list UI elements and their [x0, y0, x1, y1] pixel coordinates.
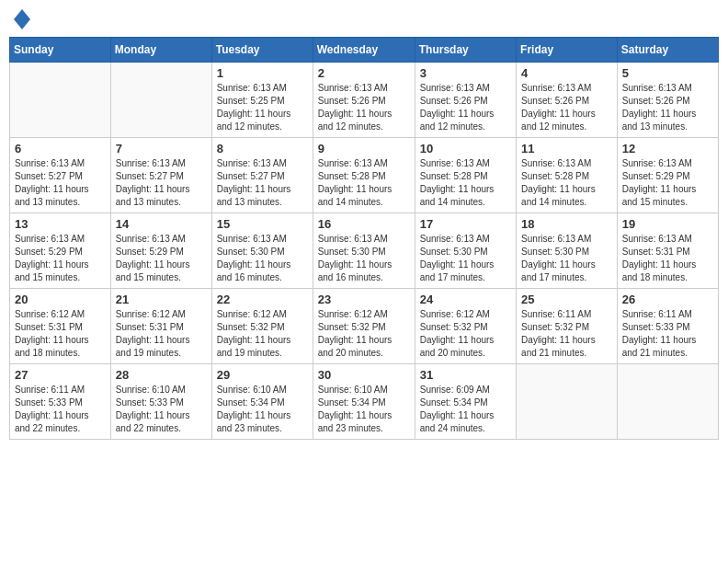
calendar-cell: 2Sunrise: 6:13 AMSunset: 5:26 PMDaylight… — [313, 63, 415, 138]
day-info: Sunrise: 6:13 AMSunset: 5:30 PMDaylight:… — [521, 233, 612, 284]
calendar-cell: 12Sunrise: 6:13 AMSunset: 5:29 PMDayligh… — [617, 138, 718, 213]
calendar-cell: 8Sunrise: 6:13 AMSunset: 5:27 PMDaylight… — [211, 138, 313, 213]
day-number: 1 — [217, 66, 308, 80]
day-number: 21 — [116, 293, 207, 306]
calendar-cell: 19Sunrise: 6:13 AMSunset: 5:31 PMDayligh… — [617, 213, 718, 289]
day-number: 29 — [217, 368, 308, 382]
day-number: 9 — [318, 142, 410, 155]
day-number: 25 — [521, 293, 612, 306]
calendar-cell: 26Sunrise: 6:11 AMSunset: 5:33 PMDayligh… — [617, 289, 718, 364]
day-info: Sunrise: 6:12 AMSunset: 5:32 PMDaylight:… — [318, 308, 410, 360]
calendar-cell: 15Sunrise: 6:13 AMSunset: 5:30 PMDayligh… — [211, 213, 313, 289]
calendar-cell: 16Sunrise: 6:13 AMSunset: 5:30 PMDayligh… — [313, 213, 415, 289]
logo — [13, 9, 31, 29]
calendar-cell: 7Sunrise: 6:13 AMSunset: 5:27 PMDaylight… — [110, 138, 211, 213]
page-header — [9, 9, 719, 29]
weekday-header-saturday: Saturday — [617, 38, 718, 63]
day-info: Sunrise: 6:13 AMSunset: 5:29 PMDaylight:… — [116, 233, 207, 284]
calendar-cell — [517, 364, 618, 440]
day-number: 16 — [318, 217, 410, 231]
day-info: Sunrise: 6:13 AMSunset: 5:31 PMDaylight:… — [622, 233, 713, 284]
day-number: 23 — [318, 293, 410, 306]
calendar-cell: 23Sunrise: 6:12 AMSunset: 5:32 PMDayligh… — [313, 289, 415, 364]
day-info: Sunrise: 6:13 AMSunset: 5:28 PMDaylight:… — [318, 157, 410, 209]
calendar-cell: 6Sunrise: 6:13 AMSunset: 5:27 PMDaylight… — [10, 138, 111, 213]
day-number: 11 — [521, 142, 612, 155]
day-number: 6 — [15, 142, 106, 155]
day-number: 12 — [622, 142, 713, 155]
day-info: Sunrise: 6:10 AMSunset: 5:34 PMDaylight:… — [217, 384, 308, 435]
day-info: Sunrise: 6:11 AMSunset: 5:32 PMDaylight:… — [521, 308, 612, 360]
calendar-cell: 13Sunrise: 6:13 AMSunset: 5:29 PMDayligh… — [10, 213, 111, 289]
weekday-header-friday: Friday — [517, 38, 618, 63]
calendar-cell: 29Sunrise: 6:10 AMSunset: 5:34 PMDayligh… — [211, 364, 313, 440]
day-info: Sunrise: 6:13 AMSunset: 5:28 PMDaylight:… — [521, 157, 612, 209]
calendar-cell — [617, 364, 718, 440]
calendar-cell: 25Sunrise: 6:11 AMSunset: 5:32 PMDayligh… — [517, 289, 618, 364]
day-info: Sunrise: 6:12 AMSunset: 5:31 PMDaylight:… — [15, 308, 106, 360]
day-info: Sunrise: 6:13 AMSunset: 5:30 PMDaylight:… — [217, 233, 308, 284]
day-number: 3 — [420, 66, 511, 80]
weekday-header-sunday: Sunday — [10, 38, 111, 63]
day-info: Sunrise: 6:13 AMSunset: 5:30 PMDaylight:… — [318, 233, 410, 284]
day-number: 13 — [15, 217, 106, 231]
calendar-cell: 30Sunrise: 6:10 AMSunset: 5:34 PMDayligh… — [313, 364, 415, 440]
calendar-cell: 4Sunrise: 6:13 AMSunset: 5:26 PMDaylight… — [517, 63, 618, 138]
day-info: Sunrise: 6:12 AMSunset: 5:31 PMDaylight:… — [116, 308, 207, 360]
day-info: Sunrise: 6:09 AMSunset: 5:34 PMDaylight:… — [420, 384, 511, 435]
day-info: Sunrise: 6:12 AMSunset: 5:32 PMDaylight:… — [217, 308, 308, 360]
calendar-cell: 3Sunrise: 6:13 AMSunset: 5:26 PMDaylight… — [415, 63, 516, 138]
calendar-cell — [10, 63, 111, 138]
weekday-header-monday: Monday — [110, 38, 211, 63]
calendar-cell: 9Sunrise: 6:13 AMSunset: 5:28 PMDaylight… — [313, 138, 415, 213]
day-number: 8 — [217, 142, 308, 155]
day-info: Sunrise: 6:13 AMSunset: 5:28 PMDaylight:… — [420, 157, 511, 209]
calendar-cell: 10Sunrise: 6:13 AMSunset: 5:28 PMDayligh… — [415, 138, 516, 213]
day-number: 7 — [116, 142, 207, 155]
calendar-cell: 1Sunrise: 6:13 AMSunset: 5:25 PMDaylight… — [211, 63, 313, 138]
day-number: 4 — [521, 66, 612, 80]
day-info: Sunrise: 6:13 AMSunset: 5:25 PMDaylight:… — [217, 82, 308, 133]
calendar-cell: 24Sunrise: 6:12 AMSunset: 5:32 PMDayligh… — [415, 289, 516, 364]
calendar-cell — [110, 63, 211, 138]
calendar-cell: 22Sunrise: 6:12 AMSunset: 5:32 PMDayligh… — [211, 289, 313, 364]
day-number: 10 — [420, 142, 511, 155]
day-number: 17 — [420, 217, 511, 231]
calendar-cell: 28Sunrise: 6:10 AMSunset: 5:33 PMDayligh… — [110, 364, 211, 440]
day-info: Sunrise: 6:12 AMSunset: 5:32 PMDaylight:… — [420, 308, 511, 360]
day-info: Sunrise: 6:13 AMSunset: 5:29 PMDaylight:… — [15, 233, 106, 284]
day-number: 5 — [622, 66, 713, 80]
logo-icon — [14, 9, 30, 29]
day-number: 18 — [521, 217, 612, 231]
day-info: Sunrise: 6:13 AMSunset: 5:27 PMDaylight:… — [217, 157, 308, 209]
day-info: Sunrise: 6:13 AMSunset: 5:26 PMDaylight:… — [318, 82, 410, 133]
day-info: Sunrise: 6:10 AMSunset: 5:34 PMDaylight:… — [318, 384, 410, 435]
calendar-cell: 17Sunrise: 6:13 AMSunset: 5:30 PMDayligh… — [415, 213, 516, 289]
day-number: 22 — [217, 293, 308, 306]
calendar-cell: 31Sunrise: 6:09 AMSunset: 5:34 PMDayligh… — [415, 364, 516, 440]
day-number: 30 — [318, 368, 410, 382]
day-info: Sunrise: 6:10 AMSunset: 5:33 PMDaylight:… — [116, 384, 207, 435]
day-number: 26 — [622, 293, 713, 306]
day-info: Sunrise: 6:11 AMSunset: 5:33 PMDaylight:… — [15, 384, 106, 435]
day-info: Sunrise: 6:13 AMSunset: 5:26 PMDaylight:… — [622, 82, 713, 133]
day-info: Sunrise: 6:13 AMSunset: 5:27 PMDaylight:… — [15, 157, 106, 209]
day-info: Sunrise: 6:13 AMSunset: 5:27 PMDaylight:… — [116, 157, 207, 209]
day-number: 24 — [420, 293, 511, 306]
calendar-cell: 20Sunrise: 6:12 AMSunset: 5:31 PMDayligh… — [10, 289, 111, 364]
day-number: 14 — [116, 217, 207, 231]
day-info: Sunrise: 6:13 AMSunset: 5:26 PMDaylight:… — [420, 82, 511, 133]
weekday-header-tuesday: Tuesday — [211, 38, 313, 63]
day-number: 19 — [622, 217, 713, 231]
calendar-cell: 18Sunrise: 6:13 AMSunset: 5:30 PMDayligh… — [517, 213, 618, 289]
day-info: Sunrise: 6:13 AMSunset: 5:29 PMDaylight:… — [622, 157, 713, 209]
calendar-cell: 21Sunrise: 6:12 AMSunset: 5:31 PMDayligh… — [110, 289, 211, 364]
svg-marker-0 — [14, 9, 30, 29]
day-number: 28 — [116, 368, 207, 382]
day-number: 31 — [420, 368, 511, 382]
day-info: Sunrise: 6:11 AMSunset: 5:33 PMDaylight:… — [622, 308, 713, 360]
calendar-cell: 14Sunrise: 6:13 AMSunset: 5:29 PMDayligh… — [110, 213, 211, 289]
day-info: Sunrise: 6:13 AMSunset: 5:30 PMDaylight:… — [420, 233, 511, 284]
day-info: Sunrise: 6:13 AMSunset: 5:26 PMDaylight:… — [521, 82, 612, 133]
calendar-cell: 5Sunrise: 6:13 AMSunset: 5:26 PMDaylight… — [617, 63, 718, 138]
